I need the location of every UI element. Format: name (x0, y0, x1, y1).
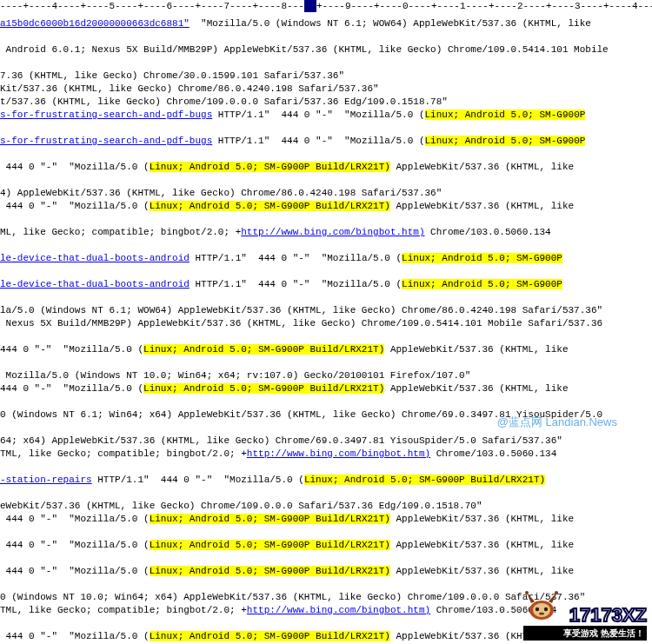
url-link[interactable]: s-for-frustrating-search-and-pdf-bugs (0, 136, 212, 146)
site-logo: 17173XZ 享受游戏 热爱生活！ (523, 591, 647, 641)
log-line: a15b0dc6000b16d20000000663dc6881" "Mozil… (0, 17, 652, 30)
log-line: Mozilla/5.0 (Windows NT 10.0; Win64; x64… (0, 369, 652, 382)
column-ruler: ----+----4----+----5----+----6----+----7… (0, 0, 652, 16)
log-line: s-for-frustrating-search-and-pdf-bugs HT… (0, 109, 652, 122)
log-line: Android 6.0.1; Nexus 5X Build/MMB29P) Ap… (0, 43, 652, 56)
log-line: 444 0 "-" "Mozilla/5.0 (Linux; Android 5… (0, 382, 652, 395)
brand-text: 17173XZ (569, 606, 647, 625)
svg-point-4 (539, 612, 544, 614)
url-link[interactable]: http://www.bing.com/bingbot.htm) (241, 227, 424, 237)
log-line: -station-repairs HTTP/1.1" 444 0 "-" "Mo… (0, 474, 652, 487)
search-match: Linux; Android 5.0; SM-G900P Build/LRX21… (150, 514, 390, 524)
log-line: 444 0 "-" "Mozilla/5.0 (Linux; Android 5… (0, 343, 652, 356)
url-link[interactable]: -station-repairs (0, 475, 92, 485)
url-link[interactable]: http://www.bing.com/bingbot.htm) (247, 448, 430, 459)
log-line: t/537.36 (KHTML, like Gecko) Chrome/109.… (0, 96, 652, 109)
log-line: 444 0 "-" "Mozilla/5.0 (Linux; Android 5… (0, 513, 652, 526)
log-line: 444 0 "-" "Mozilla/5.0 (Linux; Android 5… (0, 565, 652, 578)
url-link[interactable]: s-for-frustrating-search-and-pdf-bugs (0, 110, 212, 120)
search-match: Linux; Android 5.0; SM-G900P Build/LRX21… (143, 344, 384, 355)
log-line: eWebKit/537.36 (KHTML, like Gecko) Chrom… (0, 500, 652, 513)
svg-point-2 (536, 607, 539, 611)
search-match: Linux; Android 5.0; SM-G900P (425, 110, 586, 120)
mascot-icon (523, 591, 560, 625)
url-link[interactable]: le-device-that-dual-boots-android (0, 279, 190, 289)
log-line: 64; x64) AppleWebKit/537.36 (KHTML, like… (0, 435, 652, 448)
search-match: Linux; Android 5.0; SM-G900P Build/LRX21… (150, 162, 390, 172)
log-line: 7.36 (KHTML, like Gecko) Chrome/30.0.159… (0, 70, 652, 83)
log-line: Nexus 5X Build/MMB29P) AppleWebKit/537.3… (0, 317, 652, 330)
url-link[interactable]: http://www.bing.com/bingbot.htm) (247, 605, 430, 615)
search-match: Linux; Android 5.0; SM-G900P (425, 136, 586, 146)
log-line: Kit/537.36 (KHTML, like Gecko) Chrome/86… (0, 83, 652, 96)
svg-point-6 (555, 591, 558, 594)
log-line: s-for-frustrating-search-and-pdf-bugs HT… (0, 135, 652, 148)
log-line: 444 0 "-" "Mozilla/5.0 (Linux; Android 5… (0, 161, 652, 174)
search-match: Linux; Android 5.0; SM-G900P Build/LRX21… (304, 475, 545, 485)
watermark-text: @蓝点网 Landian.News (497, 415, 617, 428)
search-match: Linux; Android 5.0; SM-G900P (402, 279, 562, 289)
url-link[interactable]: le-device-that-dual-boots-android (0, 253, 190, 263)
log-line: la/5.0 (Windows NT 6.1; WOW64) AppleWebK… (0, 304, 652, 317)
log-line: 444 0 "-" "Mozilla/5.0 (Linux; Android 5… (0, 200, 652, 213)
svg-point-5 (525, 591, 529, 594)
svg-point-3 (544, 607, 548, 611)
log-line: ML, like Gecko; compatible; bingbot/2.0;… (0, 226, 652, 239)
search-match: Linux; Android 5.0; SM-G900P Build/LRX21… (150, 631, 390, 641)
log-text-area[interactable]: a15b0dc6000b16d20000000663dc6881" "Mozil… (0, 16, 652, 644)
search-match: Linux; Android 5.0; SM-G900P Build/LRX21… (150, 201, 390, 211)
search-match: Linux; Android 5.0; SM-G900P Build/LRX21… (143, 383, 384, 394)
log-line: 444 0 "-" "Mozilla/5.0 (Linux; Android 5… (0, 539, 652, 552)
log-line: 4) AppleWebKit/537.36 (KHTML, like Gecko… (0, 187, 652, 200)
search-match: Linux; Android 5.0; SM-G900P (402, 253, 562, 263)
brand-tagline: 享受游戏 热爱生活！ (523, 626, 647, 641)
search-match: Linux; Android 5.0; SM-G900P Build/LRX21… (150, 540, 390, 550)
url-link[interactable]: a15b0dc6000b16d20000000663dc6881" (0, 18, 190, 29)
log-line: le-device-that-dual-boots-android HTTP/1… (0, 252, 652, 265)
search-match: Linux; Android 5.0; SM-G900P Build/LRX21… (150, 566, 390, 576)
log-line: TML, like Gecko; compatible; bingbot/2.0… (0, 448, 652, 461)
log-line: le-device-that-dual-boots-android HTTP/1… (0, 278, 652, 291)
